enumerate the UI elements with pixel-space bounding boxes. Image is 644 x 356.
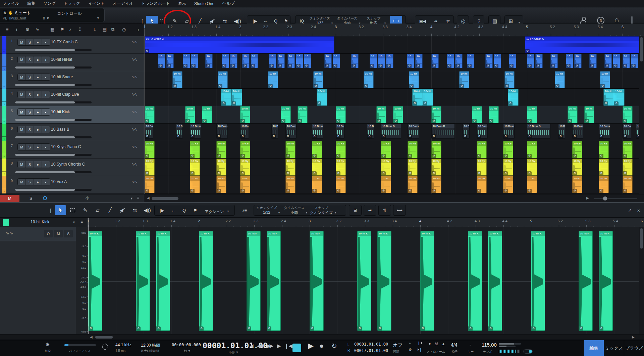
clip-gear-icon[interactable]: ⚙ — [599, 134, 603, 138]
audio-clip[interactable]: 10 Vo⚙ — [145, 176, 155, 193]
audio-clip[interactable]: 10 Ke⚙ — [190, 141, 200, 158]
editor-timeline-ruler[interactable]: 11.21.31.422.22.32.433.23.33.444.24.34.4… — [87, 218, 644, 227]
audio-clip[interactable]: 10 Sy⚙ — [477, 159, 487, 176]
rewind-button[interactable]: ◀◀ — [257, 343, 262, 349]
clip-gear-icon[interactable]: ⚙ — [573, 154, 577, 158]
audio-clip[interactable]: 10 Vo⚙ — [527, 176, 537, 193]
audio-clip[interactable]: 10⚙ — [415, 54, 423, 68]
track-row[interactable]: ∿7MS●◐10 Keys Piano C∿∿ — [0, 141, 144, 159]
audio-clip[interactable]: 10 Vo⚙ — [312, 176, 322, 193]
audio-clip[interactable]: 10 Ba⚙ — [145, 124, 153, 139]
track-name[interactable]: 10 Keys Piano C — [51, 144, 81, 149]
editor-mute-button[interactable]: M — [54, 230, 63, 237]
clip-gear-icon[interactable]: ⚙ — [623, 171, 627, 175]
clip-gear-icon[interactable]: ⚙ — [505, 84, 509, 88]
track-row[interactable]: ∿2MS●◐10-hit HiHat∿∿ — [0, 54, 144, 71]
timestretch-icon[interactable]: ↔ — [167, 205, 179, 215]
automation-badge[interactable]: ∿ — [2, 119, 6, 124]
automation-badge[interactable]: ∿ — [2, 49, 6, 54]
audio-clip[interactable]: 10⚙ — [304, 54, 311, 68]
audio-clip[interactable]: 10-hit⚙ — [568, 106, 578, 123]
clip-gear-icon[interactable]: ⚙ — [600, 84, 605, 88]
menu-item[interactable]: イベント — [88, 1, 105, 6]
mute-button[interactable]: M — [18, 161, 26, 168]
clip-gear-icon[interactable]: ⚙ — [381, 189, 386, 193]
volume-slider[interactable] — [15, 154, 92, 156]
clip-gear-icon[interactable]: ⚙ — [381, 134, 386, 138]
audio-clip[interactable]: 10⚙ — [467, 54, 474, 68]
clip-gear-icon[interactable]: ⚙ — [477, 171, 481, 175]
clip-gear-icon[interactable]: ⚙ — [623, 119, 627, 123]
page-button-ブラウズ[interactable]: ブラウズ — [624, 340, 644, 356]
metronome-setup-icon[interactable]: ⚒ — [435, 342, 438, 346]
audio-clip[interactable]: 10 Ke⚙ — [527, 141, 537, 158]
audio-clip[interactable]: 10⚙ — [378, 54, 385, 68]
clip-gear-icon[interactable]: ⚙ — [367, 134, 372, 138]
audio-clip[interactable]: 10-hit⚙ — [423, 89, 433, 106]
editor-audio-clip[interactable]: 10-hit K⚙ — [156, 231, 170, 331]
key-value[interactable]: - — [470, 342, 471, 348]
audio-clip[interactable]: 10-hit⚙ — [231, 89, 242, 106]
record-arm-button[interactable]: ● — [34, 39, 42, 45]
mute-button[interactable]: M — [18, 56, 26, 63]
audio-clip[interactable]: 10⚙ — [623, 54, 630, 68]
clip-gear-icon[interactable]: ⚙ — [176, 134, 180, 138]
arrange-area[interactable]: 10 FX Crash C⚙10 FX Crash C⚙10⚙10⚙10⚙10⚙… — [144, 36, 644, 194]
volume-slider[interactable] — [15, 119, 92, 121]
size-dropdown-icon[interactable]: ▼ — [130, 197, 133, 200]
paint-tool[interactable]: ✎ — [79, 205, 91, 215]
audio-clip[interactable]: 10 Sy⚙ — [408, 159, 418, 176]
track-row[interactable]: ∿8MS●◐10 Synth Chords C∿∿ — [0, 159, 144, 176]
audio-clip[interactable]: 10-hit⚙ — [240, 106, 250, 123]
audio-clip[interactable]: 10 Ke⚙ — [216, 141, 226, 158]
clip-gear-icon[interactable]: ⚙ — [623, 134, 627, 138]
editor-audio-clip[interactable]: 10-hit K⚙ — [599, 231, 613, 331]
range-tool[interactable] — [67, 205, 78, 215]
clip-gear-icon[interactable]: ⚙ — [352, 64, 356, 68]
clip-gear-icon[interactable]: ⚙ — [221, 101, 226, 105]
audio-clip[interactable]: 10 Vo⚙ — [503, 176, 513, 193]
audio-clip[interactable]: 10⚙ — [370, 54, 377, 68]
audio-clip[interactable]: 10 Bass⚙ — [312, 124, 323, 139]
clip-gear-icon[interactable]: ⚙ — [447, 64, 451, 68]
clip-gear-icon[interactable]: ⚙ — [145, 154, 149, 158]
clip-gear-icon[interactable]: ⚙ — [408, 154, 412, 158]
clip-gear-icon[interactable]: ⚙ — [527, 189, 532, 193]
stretch-icon[interactable]: ⟷ — [394, 205, 405, 215]
eraser-tool[interactable]: ▱ — [92, 205, 103, 215]
audio-clip[interactable]: 10⚙ — [407, 54, 414, 68]
audio-clip[interactable]: 10 Ke⚙ — [145, 141, 155, 158]
clip-gear-icon[interactable]: ⚙ — [599, 154, 603, 158]
arrange-timeline-ruler[interactable]: 11.21.31.422.22.32.433.23.33.444.24.34.4… — [144, 24, 644, 36]
clip-gear-icon[interactable]: ⚙ — [336, 119, 340, 123]
volume-slider[interactable] — [15, 189, 92, 191]
clip-gear-icon[interactable]: ⚙ — [145, 134, 149, 138]
part-icon[interactable]: ⊟ — [350, 205, 361, 215]
audio-clip[interactable]: 10 Ke⚙ — [503, 141, 513, 158]
clip-gear-icon[interactable]: ⚙ — [314, 84, 318, 88]
scroll-right-icon[interactable]: ▶ — [586, 196, 589, 200]
audio-clip[interactable]: 10 Ba⚙ — [240, 124, 249, 139]
audio-clip[interactable]: 10 Bass⚙ — [477, 124, 488, 139]
audio-clip[interactable]: 10⚙ — [566, 54, 573, 68]
forward-button[interactable]: ▶▶ — [267, 343, 272, 349]
audio-clip[interactable]: 10⚙ — [431, 54, 439, 68]
audio-clip[interactable]: 10-hit⚙ — [364, 71, 374, 88]
header-icon-1[interactable]: i — [16, 27, 17, 32]
clip-gear-icon[interactable]: ⚙ — [536, 64, 540, 68]
audio-clip[interactable]: 10-hit⚙ — [431, 106, 441, 123]
vscroll-thumb[interactable] — [640, 37, 643, 61]
mute-button[interactable]: M — [18, 126, 26, 133]
clip-gear-icon[interactable]: ⚙ — [218, 84, 222, 88]
automation-badge[interactable]: ∿ — [2, 84, 6, 89]
audio-clip[interactable]: 10 Ba⚙ — [336, 124, 344, 139]
action-dropdown-icon[interactable]: ▼ — [227, 210, 229, 213]
clip-gear-icon[interactable]: ⚙ — [575, 64, 579, 68]
monitor-button[interactable]: ◐ — [42, 74, 50, 80]
clip-gear-icon[interactable]: ⚙ — [247, 326, 251, 330]
mute-button[interactable]: M — [18, 91, 26, 98]
clip-gear-icon[interactable]: ⚙ — [381, 154, 386, 158]
prev-bar-button[interactable]: ◀ — [250, 343, 254, 349]
clip-gear-icon[interactable]: ⚙ — [364, 84, 368, 88]
track-name[interactable]: 10-hit Snare — [51, 75, 73, 79]
